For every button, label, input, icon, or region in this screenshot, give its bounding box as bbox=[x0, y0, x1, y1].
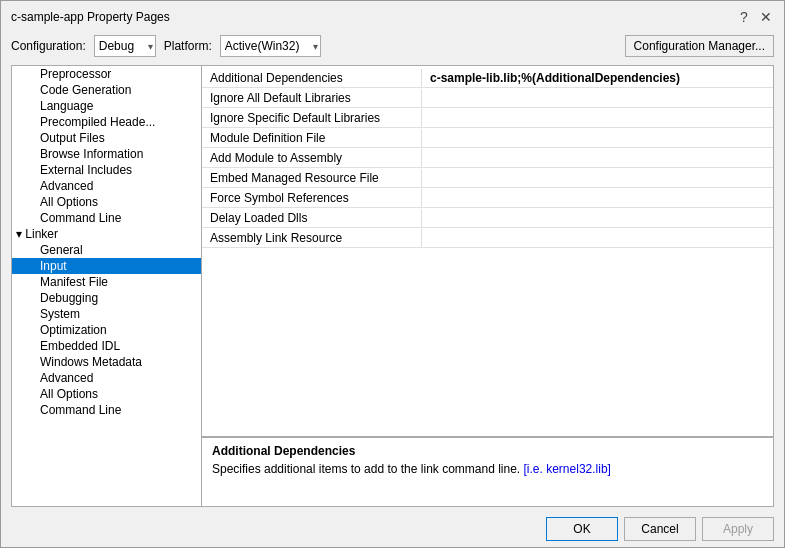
platform-select-wrapper: Active(Win32) ▾ bbox=[220, 35, 321, 57]
tree-item-manifest-file[interactable]: Manifest File bbox=[12, 274, 201, 290]
tree-item-windows-metadata[interactable]: Windows Metadata bbox=[12, 354, 201, 370]
platform-label: Platform: bbox=[164, 39, 212, 53]
close-button[interactable]: ✕ bbox=[758, 9, 774, 25]
prop-value bbox=[422, 136, 773, 140]
config-manager-button[interactable]: Configuration Manager... bbox=[625, 35, 774, 57]
right-panel: Additional Dependenciesc-sample-lib.lib;… bbox=[202, 66, 773, 506]
cancel-button[interactable]: Cancel bbox=[624, 517, 696, 541]
ok-button[interactable]: OK bbox=[546, 517, 618, 541]
prop-value bbox=[422, 156, 773, 160]
config-select[interactable]: Debug bbox=[94, 35, 156, 57]
prop-value bbox=[422, 216, 773, 220]
prop-value bbox=[422, 236, 773, 240]
main-content: PreprocessorCode GenerationLanguagePreco… bbox=[11, 65, 774, 507]
prop-value bbox=[422, 116, 773, 120]
tree-item-external-includes[interactable]: External Includes bbox=[12, 162, 201, 178]
tree-item-debugging[interactable]: Debugging bbox=[12, 290, 201, 306]
tree-item-preprocessor[interactable]: Preprocessor bbox=[12, 66, 201, 82]
property-table: Additional Dependenciesc-sample-lib.lib;… bbox=[202, 66, 773, 436]
prop-name: Additional Dependencies bbox=[202, 69, 422, 87]
dialog-title: c-sample-app Property Pages bbox=[11, 10, 170, 24]
config-label: Configuration: bbox=[11, 39, 86, 53]
platform-select[interactable]: Active(Win32) bbox=[220, 35, 321, 57]
prop-name: Delay Loaded Dlls bbox=[202, 209, 422, 227]
prop-row[interactable]: Force Symbol References bbox=[202, 188, 773, 208]
help-button[interactable]: ? bbox=[736, 9, 752, 25]
tree-container: PreprocessorCode GenerationLanguagePreco… bbox=[12, 66, 201, 418]
tree-item-language[interactable]: Language bbox=[12, 98, 201, 114]
tree-item-precompiled-headers[interactable]: Precompiled Heade... bbox=[12, 114, 201, 130]
tree-item-all-options-linker[interactable]: All Options bbox=[12, 386, 201, 402]
description-panel: Additional Dependencies Specifies additi… bbox=[202, 436, 773, 506]
prop-row[interactable]: Assembly Link Resource bbox=[202, 228, 773, 248]
prop-name: Module Definition File bbox=[202, 129, 422, 147]
prop-row[interactable]: Ignore Specific Default Libraries bbox=[202, 108, 773, 128]
tree-item-linker-group[interactable]: ▾ Linker bbox=[12, 226, 201, 242]
tree-item-command-line-cl[interactable]: Command Line bbox=[12, 210, 201, 226]
prop-name: Ignore Specific Default Libraries bbox=[202, 109, 422, 127]
prop-name: Assembly Link Resource bbox=[202, 229, 422, 247]
prop-value bbox=[422, 196, 773, 200]
prop-name: Embed Managed Resource File bbox=[202, 169, 422, 187]
prop-value: c-sample-lib.lib;%(AdditionalDependencie… bbox=[422, 69, 773, 87]
dialog-window: c-sample-app Property Pages ? ✕ Configur… bbox=[0, 0, 785, 548]
config-row: Configuration: Debug ▾ Platform: Active(… bbox=[1, 31, 784, 61]
prop-name: Add Module to Assembly bbox=[202, 149, 422, 167]
prop-row[interactable]: Embed Managed Resource File bbox=[202, 168, 773, 188]
prop-row[interactable]: Add Module to Assembly bbox=[202, 148, 773, 168]
tree-item-system[interactable]: System bbox=[12, 306, 201, 322]
prop-row[interactable]: Delay Loaded Dlls bbox=[202, 208, 773, 228]
prop-name: Force Symbol References bbox=[202, 189, 422, 207]
prop-row[interactable]: Module Definition File bbox=[202, 128, 773, 148]
tree-item-output-files[interactable]: Output Files bbox=[12, 130, 201, 146]
tree-item-advanced-cl[interactable]: Advanced bbox=[12, 178, 201, 194]
left-panel: PreprocessorCode GenerationLanguagePreco… bbox=[12, 66, 202, 506]
tree-item-all-options-cl[interactable]: All Options bbox=[12, 194, 201, 210]
tree-item-code-generation[interactable]: Code Generation bbox=[12, 82, 201, 98]
description-blue-text: [i.e. kernel32.lib] bbox=[524, 462, 611, 476]
tree-item-browse-information[interactable]: Browse Information bbox=[12, 146, 201, 162]
prop-value bbox=[422, 176, 773, 180]
prop-value bbox=[422, 96, 773, 100]
tree-item-optimization[interactable]: Optimization bbox=[12, 322, 201, 338]
tree-item-embedded-idl[interactable]: Embedded IDL bbox=[12, 338, 201, 354]
tree-item-general[interactable]: General bbox=[12, 242, 201, 258]
prop-rows-container: Additional Dependenciesc-sample-lib.lib;… bbox=[202, 68, 773, 248]
tree-item-command-line-linker[interactable]: Command Line bbox=[12, 402, 201, 418]
title-bar: c-sample-app Property Pages ? ✕ bbox=[1, 1, 784, 31]
prop-row[interactable]: Ignore All Default Libraries bbox=[202, 88, 773, 108]
tree-item-advanced-linker[interactable]: Advanced bbox=[12, 370, 201, 386]
button-row: OK Cancel Apply bbox=[1, 511, 784, 547]
tree-item-input[interactable]: Input bbox=[12, 258, 201, 274]
description-text: Specifies additional items to add to the… bbox=[212, 462, 763, 476]
apply-button[interactable]: Apply bbox=[702, 517, 774, 541]
title-bar-controls: ? ✕ bbox=[736, 9, 774, 25]
description-title: Additional Dependencies bbox=[212, 444, 763, 458]
prop-row[interactable]: Additional Dependenciesc-sample-lib.lib;… bbox=[202, 68, 773, 88]
config-select-wrapper: Debug ▾ bbox=[94, 35, 156, 57]
prop-name: Ignore All Default Libraries bbox=[202, 89, 422, 107]
